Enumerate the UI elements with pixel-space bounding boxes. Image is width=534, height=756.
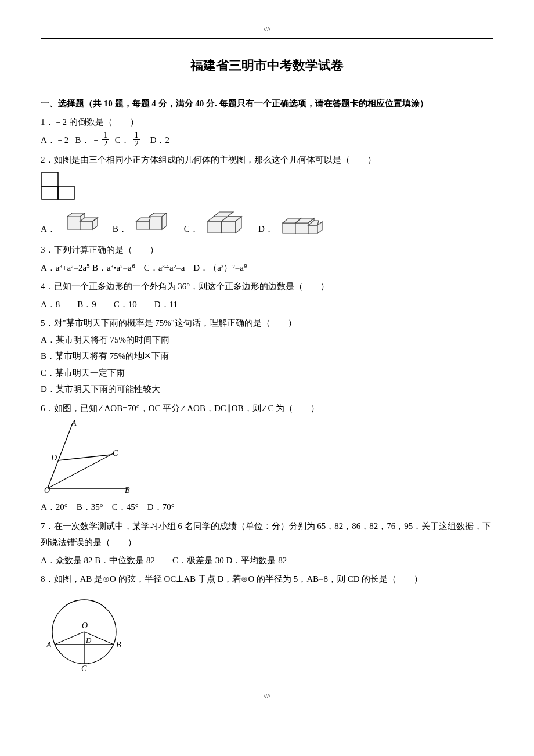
svg-line-6 (58, 455, 111, 460)
q2-opt-a-label: A． (41, 221, 56, 237)
cube-figure-b (133, 205, 179, 237)
q8-circle-figure: O D A B C (41, 591, 128, 672)
svg-rect-2 (58, 186, 74, 199)
q1-opt-d: D．2 (150, 135, 169, 145)
q4-text: 4．已知一个正多边形的一个外角为 36°，则这个正多边形的边数是（ ） (41, 278, 493, 295)
q5-opt-b: B．某市明天将有 75%的地区下雨 (41, 348, 493, 365)
q1-text: 1．－2 的倒数是（ ） (41, 114, 493, 131)
svg-text:O: O (82, 621, 88, 630)
q5-opt-c: C．某市明天一定下雨 (41, 365, 493, 381)
q3-text: 3．下列计算正确的是（ ） (41, 242, 493, 258)
svg-text:B: B (125, 486, 130, 495)
q4-options: A．8 B．9 C．10 D．11 (41, 296, 493, 313)
q2-main-view-figure (41, 171, 81, 200)
q2-options: A． B． C． (41, 205, 493, 237)
q7-text: 7．在一次数学测试中，某学习小组 6 名同学的成绩（单位：分）分别为 65，82… (41, 518, 493, 551)
q2-opt-c-label: C． (184, 221, 199, 237)
svg-text:C: C (113, 449, 118, 458)
q1-opt-c: C． (115, 135, 129, 145)
svg-rect-0 (42, 172, 58, 186)
q1-opt-a: A．－2 (41, 135, 68, 145)
svg-text:D: D (50, 453, 57, 462)
cube-figure-c (204, 211, 254, 237)
q5-opt-d: D．某市明天下雨的可能性较大 (41, 381, 493, 398)
minus-sign: － (92, 135, 100, 145)
svg-rect-1 (42, 186, 58, 199)
q7-options: A．众数是 82 B．中位数是 82 C．极差是 30 D．平均数是 82 (41, 552, 493, 569)
q8-text: 8．如图，AB 是⊙O 的弦，半径 OC⊥AB 于点 D，若⊙O 的半径为 5，… (41, 571, 493, 588)
q5-text: 5．对"某市明天下雨的概率是 75%"这句话，理解正确的是（ ） (41, 315, 493, 332)
fraction-half: 12 (133, 131, 140, 148)
svg-text:B: B (116, 640, 121, 649)
q6-angle-figure: O B A D C (41, 420, 134, 495)
page-title: 福建省三明市中考数学试卷 (41, 53, 493, 78)
svg-text:A: A (46, 640, 52, 649)
svg-line-14 (55, 632, 84, 645)
top-divider (41, 38, 493, 39)
svg-text:D: D (85, 636, 92, 645)
svg-line-5 (48, 453, 113, 488)
section-1-heading: 一、选择题（共 10 题，每题 4 分，满分 40 分. 每题只有一个正确选项，… (41, 95, 493, 112)
q3-options: A．a³+a²=2a⁵ B．a³•a²=a⁶ C．a³÷a²=a D．（a³）²… (41, 260, 493, 276)
footer-mark: //// (41, 690, 493, 702)
q2-opt-b-label: B． (113, 221, 127, 237)
cube-figure-d (279, 214, 329, 237)
svg-text:O: O (44, 486, 50, 495)
q2-text: 2．如图是由三个相同小正方体组成的几何体的主视图，那么这个几何体可以是（ ） (41, 152, 493, 168)
fraction-neg-half: 12 (102, 131, 109, 148)
q6-text: 6．如图，已知∠AOB=70°，OC 平分∠AOB，DC∥OB，则∠C 为（ ） (41, 400, 493, 417)
header-mark: //// (41, 23, 493, 35)
q1-opt-b: B． (75, 135, 90, 145)
q6-options: A．20° B．35° C．45° D．70° (41, 499, 493, 516)
svg-text:C: C (81, 664, 87, 672)
q5-opt-a: A．某市明天将有 75%的时间下雨 (41, 332, 493, 348)
svg-text:A: A (71, 420, 77, 427)
q2-opt-d-label: D． (258, 221, 273, 237)
q1-options: A．－2 B． －12 C． 12 D．2 (41, 132, 493, 149)
cube-figure-a (62, 205, 108, 237)
